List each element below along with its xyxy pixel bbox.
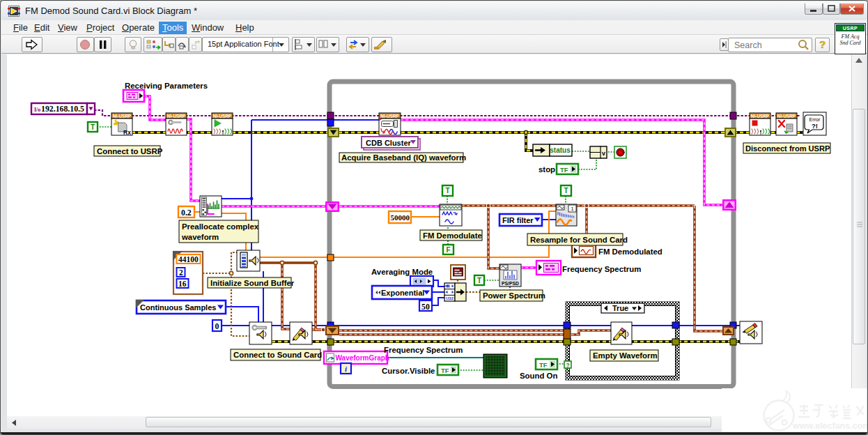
svg-text:NI-USRP: NI-USRP — [777, 114, 796, 119]
svg-text:T: T — [477, 277, 481, 284]
svg-text:Empty Waveform: Empty Waveform — [593, 351, 658, 360]
svg-text:Initialize Sound Buffer: Initialize Sound Buffer — [210, 279, 295, 287]
svg-text:0: 0 — [215, 321, 219, 331]
svg-text:NI-USRP: NI-USRP — [113, 114, 132, 119]
svg-text:2: 2 — [179, 268, 183, 277]
svg-text:I/o: I/o — [34, 107, 40, 113]
svg-text:FM Demodulate: FM Demodulate — [423, 231, 482, 240]
svg-text:Rx: Rx — [123, 129, 131, 136]
svg-text:NI-USRP: NI-USRP — [167, 114, 186, 119]
svg-text:T: T — [91, 123, 95, 131]
svg-text:F: F — [446, 246, 450, 254]
svg-text:Continuous Samples: Continuous Samples — [140, 303, 216, 312]
svg-text:Receiving Parameters: Receiving Parameters — [125, 82, 208, 90]
svg-text:NI-USRP: NI-USRP — [213, 114, 232, 119]
svg-text:U32: U32 — [446, 296, 454, 300]
svg-text:Preallocate complex: Preallocate complex — [182, 222, 259, 231]
svg-text:Sound On: Sound On — [520, 372, 557, 380]
svg-text:FM Demodulated: FM Demodulated — [598, 247, 662, 256]
svg-text:PS/PSD: PS/PSD — [502, 281, 519, 286]
svg-text:NI-USRP: NI-USRP — [751, 114, 770, 119]
svg-text:T: T — [564, 187, 568, 194]
svg-text:T: T — [445, 187, 449, 194]
svg-text:Exponential: Exponential — [381, 289, 424, 297]
svg-text:CDB Cluster: CDB Cluster — [366, 139, 412, 147]
svg-text:Connect to Sound Card: Connect to Sound Card — [233, 351, 322, 359]
svg-text:Averaging Mode: Averaging Mode — [371, 268, 433, 276]
svg-text:FIR filter: FIR filter — [502, 216, 534, 224]
svg-text:?: ? — [566, 362, 569, 369]
svg-text:192.168.10.5: 192.168.10.5 — [41, 104, 84, 114]
svg-text:TF: TF — [441, 367, 449, 374]
svg-text:status: status — [550, 146, 571, 154]
svg-text:WaveformGraph: WaveformGraph — [336, 354, 389, 362]
svg-text:NI-USRP: NI-USRP — [380, 114, 399, 119]
svg-text:16: 16 — [178, 280, 187, 288]
svg-text:Disconnect from USRP: Disconnect from USRP — [745, 144, 830, 153]
svg-text:TF: TF — [539, 361, 548, 369]
svg-text:Resample for Sound Card: Resample for Sound Card — [530, 236, 628, 244]
svg-text:Cursor.Visible: Cursor.Visible — [382, 367, 435, 375]
svg-text:0.2: 0.2 — [181, 208, 192, 218]
svg-text:True: True — [612, 304, 628, 312]
svg-text:50000: 50000 — [391, 213, 410, 222]
svg-text:44100: 44100 — [178, 255, 199, 264]
svg-text:v: v — [602, 150, 605, 157]
svg-text:Connect to USRP: Connect to USRP — [97, 147, 163, 155]
svg-text:Frequency Spectrum: Frequency Spectrum — [384, 346, 463, 354]
svg-text:www.elecfans.com: www.elecfans.com — [792, 421, 867, 431]
svg-text:50: 50 — [421, 302, 430, 312]
svg-text:Frequency Spectrum: Frequency Spectrum — [562, 265, 641, 273]
svg-text:Acquire Baseband (IQ) waveform: Acquire Baseband (IQ) waveform — [341, 153, 466, 162]
svg-text:Power Spectrum: Power Spectrum — [483, 291, 545, 300]
svg-text:stop: stop — [538, 165, 555, 174]
svg-text:TF: TF — [560, 166, 568, 174]
svg-text:?!: ?! — [812, 122, 818, 130]
svg-text:1: 1 — [571, 206, 573, 212]
svg-text:waveform: waveform — [181, 233, 219, 241]
